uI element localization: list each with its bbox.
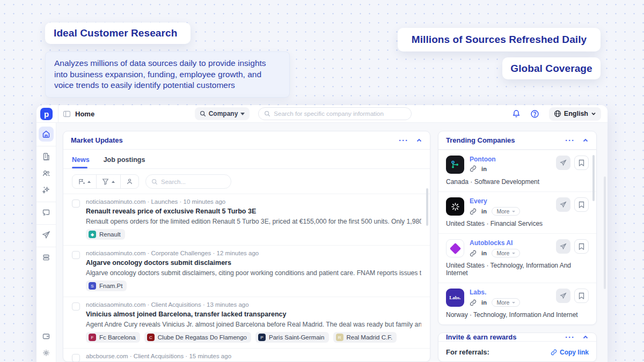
company-card[interactable]: Autoblocks AI in More xyxy=(438,233,596,283)
news-checkbox[interactable] xyxy=(72,354,80,361)
news-search-input[interactable]: Search... xyxy=(145,174,231,189)
website-link-icon[interactable] xyxy=(470,250,477,257)
news-checkbox[interactable] xyxy=(72,302,80,311)
company-filter-label: Company xyxy=(209,110,238,117)
linkedin-icon[interactable]: in xyxy=(481,299,487,306)
company-tag[interactable]: FFc Barcelona xyxy=(86,332,140,343)
news-source: noticiasaominuto.com · Launches · 10 min… xyxy=(86,198,421,205)
company-card[interactable]: Labs. Labs. in More xyxy=(438,283,596,324)
paper-plane-icon xyxy=(560,243,567,250)
company-tag[interactable]: ◆Renault xyxy=(86,229,125,240)
company-name-link[interactable]: Every xyxy=(470,197,551,205)
bookmark-icon xyxy=(579,292,584,299)
market-tabs: News Job postings xyxy=(63,150,430,169)
app-window: p Home Company Search for specific compa… xyxy=(36,105,608,362)
news-checkbox[interactable] xyxy=(72,200,80,208)
news-item[interactable]: noticiasaominuto.com · Launches · 10 min… xyxy=(63,194,430,245)
paper-plane-icon xyxy=(560,159,567,166)
more-button[interactable]: More xyxy=(492,249,520,257)
app-logo[interactable]: p xyxy=(40,108,53,120)
sidebar-item-screen[interactable] xyxy=(39,205,54,220)
bookmark-company-button[interactable] xyxy=(574,197,589,212)
collapse-chevron-icon[interactable] xyxy=(582,334,589,341)
news-title[interactable]: Renault reveals price of exclusive Renau… xyxy=(86,208,421,215)
panel-title: Trending Companies xyxy=(446,136,515,144)
filter-button[interactable] xyxy=(97,175,120,188)
tab-news[interactable]: News xyxy=(72,156,90,168)
sidebar-item-contacts[interactable] xyxy=(39,166,54,181)
news-title[interactable]: Vinicius almost joined Barcelona, transf… xyxy=(86,311,421,318)
callout-title: Global Coverage xyxy=(510,63,592,75)
sidebar-item-ai[interactable] xyxy=(39,182,54,197)
more-options-icon[interactable]: ··· xyxy=(565,335,575,340)
company-card[interactable]: Every in More xyxy=(438,191,596,233)
help-icon[interactable] xyxy=(530,109,539,119)
news-description: Renault opens orders for the limited edi… xyxy=(86,218,421,225)
global-search-input[interactable]: Search for specific company information xyxy=(258,107,412,120)
more-options-icon[interactable]: ··· xyxy=(565,138,575,143)
people-filter-button[interactable] xyxy=(121,175,138,188)
company-name-link[interactable]: Autoblocks AI xyxy=(470,239,551,247)
left-sidebar xyxy=(36,123,56,362)
news-title[interactable]: Algarve oncology doctors submit disclaim… xyxy=(86,259,421,267)
search-icon xyxy=(264,110,270,117)
sidebar-toggle-icon[interactable] xyxy=(63,110,71,118)
news-checkbox[interactable] xyxy=(72,251,80,259)
news-description: Algarve oncology doctors submit disclaim… xyxy=(86,269,421,277)
home-icon xyxy=(42,130,50,138)
website-link-icon[interactable] xyxy=(470,208,477,215)
more-button[interactable]: More xyxy=(492,207,520,216)
sort-button[interactable] xyxy=(72,175,96,188)
news-scrollbar[interactable] xyxy=(426,188,428,226)
search-icon xyxy=(200,110,206,117)
send-company-button[interactable] xyxy=(556,197,570,212)
company-name-link[interactable]: Pontoon xyxy=(470,156,551,163)
send-company-button[interactable] xyxy=(556,156,570,170)
collapse-chevron-icon[interactable] xyxy=(582,137,589,144)
company-tag[interactable]: SFnam.Pt xyxy=(86,280,127,291)
copy-link-button[interactable]: Copy link xyxy=(551,349,589,356)
linkedin-icon[interactable]: in xyxy=(481,166,487,172)
website-link-icon[interactable] xyxy=(470,165,477,172)
market-updates-panel: Market Updates ··· News Job postings xyxy=(63,131,430,362)
send-company-button[interactable] xyxy=(556,239,570,254)
linkedin-icon[interactable]: in xyxy=(481,250,487,256)
sidebar-item-send[interactable] xyxy=(39,227,54,242)
sidebar-item-wallet[interactable] xyxy=(39,329,54,344)
sidebar-item-home[interactable] xyxy=(39,127,54,142)
bookmark-company-button[interactable] xyxy=(574,156,589,170)
bookmark-company-button[interactable] xyxy=(574,289,589,303)
language-selector[interactable]: English xyxy=(549,107,601,121)
news-item[interactable]: noticiasaominuto.com · Client Acquisitio… xyxy=(63,297,430,348)
globe-icon xyxy=(554,110,561,117)
paper-plane-icon xyxy=(560,292,567,299)
sidebar-item-lists[interactable] xyxy=(39,250,54,265)
callout-global-coverage: Global Coverage xyxy=(502,57,601,79)
company-tag[interactable]: RReal Madrid C.F. xyxy=(333,332,397,343)
news-item[interactable]: abcbourse.com · Client Acquisitions · 15… xyxy=(63,348,430,361)
page-title: Home xyxy=(75,110,94,118)
person-icon xyxy=(126,178,133,185)
company-name-link[interactable]: Labs. xyxy=(470,289,551,296)
send-company-button[interactable] xyxy=(556,289,570,303)
company-logo: C xyxy=(147,334,155,341)
website-link-icon[interactable] xyxy=(470,299,477,306)
bookmark-icon xyxy=(579,159,584,166)
company-filter-select[interactable]: Company xyxy=(195,107,250,120)
sidebar-item-settings[interactable] xyxy=(39,345,54,360)
bookmark-company-button[interactable] xyxy=(574,239,589,254)
company-tag-label: Renault xyxy=(99,231,121,238)
news-item[interactable]: noticiasaominuto.com · Corporate Challen… xyxy=(63,245,430,297)
trending-scrollbar[interactable] xyxy=(592,155,595,201)
linkedin-icon[interactable]: in xyxy=(481,208,487,215)
more-button[interactable]: More xyxy=(492,298,520,307)
sidebar-item-companies[interactable] xyxy=(39,149,54,164)
collapse-chevron-icon[interactable] xyxy=(416,137,422,144)
company-card[interactable]: Pontoon in xyxy=(438,150,596,191)
notifications-bell-icon[interactable] xyxy=(512,109,521,118)
company-tag[interactable]: PParis Saint-Germain xyxy=(255,332,329,343)
company-tag[interactable]: CClube De Regatas Do Flamengo xyxy=(144,332,251,343)
more-options-icon[interactable]: ··· xyxy=(399,138,408,143)
tab-job-postings[interactable]: Job postings xyxy=(104,156,145,168)
page-scrollbar[interactable] xyxy=(604,176,606,289)
